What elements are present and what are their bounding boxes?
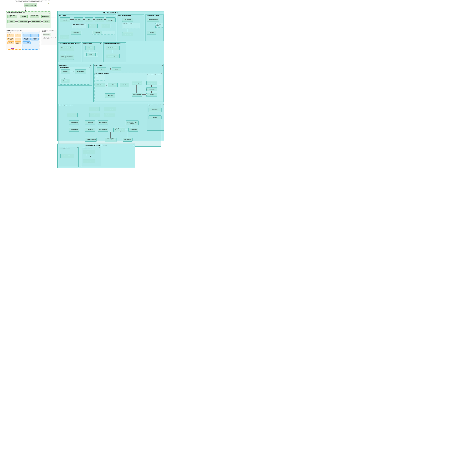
tds-data-exchange-container: Tds Data Exchange Enablers 🗒: [122, 23, 140, 28]
dns-box: Domain Name Service: [30, 15, 39, 18]
v-conn3: [124, 87, 124, 90]
bc-conn2: [65, 73, 65, 78]
vida-platform-title: VIDA Shared Platform: [58, 12, 164, 14]
dm-v10: [127, 132, 127, 138]
vida-main-platform: VIDA Shared Platform API Enablers 🗒 API …: [57, 11, 164, 141]
einvoicing-dashed: eInvoicing: [92, 31, 115, 35]
conn5: [30, 21, 31, 22]
v-conn4: [136, 85, 137, 93]
obs-icon: 🗒: [163, 104, 164, 105]
data-quality-box1: Data Quality: [85, 120, 95, 124]
identification-box: Identification: [105, 93, 115, 98]
data-persistence-box2: Data Persistence: [69, 128, 79, 132]
vmware-vsphere-box: VMWare vSphere: [43, 33, 51, 36]
blockchain-box1: Blockchain: [61, 69, 70, 73]
verification-label: Verification and Access Enablers: [95, 73, 109, 74]
data-management-box1: Data Management: [98, 120, 108, 124]
dm-v3: [103, 117, 103, 120]
blockchain-enablers-label: Blockchain Enablers: [60, 67, 69, 68]
azure-dns-box: Azure DNS: [23, 41, 30, 44]
sched-conn: [112, 50, 112, 53]
privacy-box1: Privacy: [86, 46, 95, 50]
api-box: API: [85, 17, 93, 22]
audit-box2: Audit: [112, 67, 121, 71]
azure-vnet-box: Azure Virtual Network: [23, 38, 30, 40]
data-policy-box: Data Policy: [89, 107, 100, 111]
api-conn5: [86, 26, 88, 26]
blockchain-enablers: Blockchain Enablers 🗒 Blockchain ◇ Distr…: [60, 66, 90, 85]
security-section: Security Enablers 🗒 Audit Audit Verifica…: [93, 64, 164, 102]
load-balancer-box: Load Balancer: [41, 15, 50, 18]
azure-title: Azure Cloud: [23, 32, 28, 33]
ux-conn: [66, 51, 66, 54]
privacy-icon: 🗒: [100, 43, 101, 44]
registration-box: Registration: [120, 83, 129, 87]
containers-orchestrator-box: Containers Orchestrator: [147, 18, 159, 22]
data-contract-box: Data Contract: [89, 113, 100, 117]
api-catalogue-top-box: API Catalogue: [74, 17, 83, 22]
messaging-section: Messaging Enablers 🗒 Message Broker: [59, 147, 79, 167]
sec-circle1: [136, 85, 137, 86]
ux-title: User Experience Management Enablers: [59, 43, 79, 44]
conn6: [41, 21, 43, 22]
de-conn2: [128, 28, 128, 32]
vat-fraud-box1: VAT Fraud: [83, 150, 95, 154]
privacy-section: Privacy Enablers 🗒 Privacy Privacy: [82, 42, 102, 62]
observability-title: Observability and Monitoring Enablers: [148, 105, 164, 106]
vies-cloud-section: VIES Cloud Networking Solutions AWS Clou…: [6, 30, 40, 50]
service-discovery-box: Service Discovery and Registry: [106, 17, 116, 22]
dm-conn1: [100, 109, 104, 109]
auth-circle: [106, 85, 107, 86]
dm-conn2: [78, 115, 89, 115]
user-experience-section: User Experience Management Enablers 🗒 Pu…: [58, 42, 81, 62]
einvoicing-container: eInvoicing: [92, 31, 115, 35]
route-table-box: Route Table: [15, 38, 21, 40]
distributed-ledger-box: Distributed Ledger: [75, 69, 86, 73]
trust-section: Trust Enablers 🗒 Blockchain Enablers 🗒 B…: [58, 64, 92, 86]
tds-data-label: Tds Data Exchange Enablers: [123, 23, 133, 24]
trust-title: Trust Enablers: [59, 65, 66, 66]
data-exchange-title: Data Exchange Enablers: [118, 15, 131, 16]
vat-fraud-title: VAT Fraud Enablers: [82, 147, 92, 149]
security-copy-icon: 🗒: [162, 65, 163, 66]
vies-cloud-title: VIES Cloud Networking Solutions: [7, 30, 22, 31]
api-copy-icon: 🗒: [115, 15, 116, 16]
data-governance-box: Data Governance: [104, 113, 115, 117]
tds-api-label: Tds API Enablers (Traceability): [73, 24, 84, 25]
transaction-management-box: Transaction Management: [85, 138, 97, 142]
data-integration-box2: Data Integration: [123, 138, 132, 142]
data-persistence-box1: Data Persistence: [69, 120, 79, 124]
router-box: Router: [7, 20, 15, 23]
vat-lock-icon: 🗒: [90, 156, 91, 157]
digital-solution-section: Digital Solution Scalability Architectur…: [15, 0, 50, 10]
vat-fraud-section: VAT Fraud Enablers 🗒 VAT Fraud 🗒 VAT Fra…: [81, 147, 101, 167]
gateway-box: Gateway: [20, 15, 28, 18]
privacy-title: Privacy Enablers: [83, 43, 91, 44]
member-state-text: Member State, to complete with 100 of in…: [43, 37, 56, 39]
load-balancing-box: Load Balancing Strategy: [24, 3, 37, 7]
security-group-box: Security Group: [7, 34, 14, 37]
tds-data-icon: 🗒: [139, 24, 139, 25]
azure-route-table-box: Azure Route Table: [31, 38, 39, 40]
api-conn6: [98, 26, 101, 26]
api-conn3: [93, 19, 95, 20]
azure-cloud-section: Azure Cloud Network Security Group Azure…: [22, 32, 39, 50]
priv-conn: [90, 50, 90, 52]
trust-icon: 🗒: [90, 65, 91, 66]
sec-circle3: [146, 89, 147, 90]
messaging-title: Messaging Enablers: [60, 147, 70, 149]
central-vies-title: Central VIES Shared Platform: [58, 145, 135, 146]
udr-badge: (UDR): [11, 48, 14, 49]
connector-diamond: [28, 21, 30, 23]
data-integration-plugins-box: Data Integration Plugins Manager: [126, 120, 139, 125]
api-conn1: [70, 19, 74, 20]
app-load-balancer-box: Application Load Balancer: [15, 34, 21, 37]
cont-icon: 🗒: [162, 15, 163, 16]
conn4: [15, 21, 18, 22]
networking-title: Networking Infrastructure Enablers: [7, 12, 25, 13]
message-broker-box: Message Broker: [60, 154, 74, 158]
am-conn1: [142, 83, 146, 83]
etl-box1: Data Extraction, Transformation and Load…: [113, 128, 125, 132]
privacy-box2: Privacy: [86, 53, 96, 56]
private-network-box: Private Network: [18, 20, 28, 23]
